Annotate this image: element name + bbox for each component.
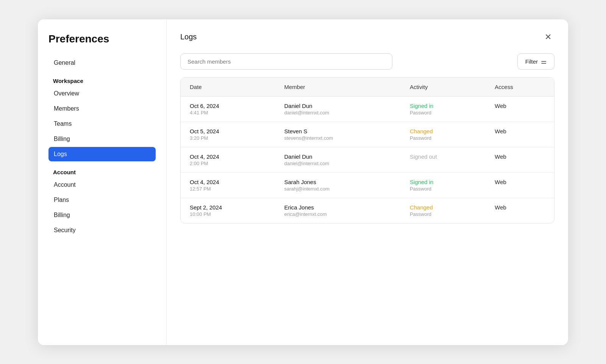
table-cell-member: Daniel Dundaniel@internxt.com [275, 147, 400, 172]
close-button[interactable]: ✕ [542, 31, 554, 43]
table-cell-member: Steven Sstevens@internxt.com [275, 122, 400, 147]
filter-button[interactable]: Filter ⚌ [517, 53, 554, 70]
main-content: Logs ✕ Filter ⚌ DateMemberActivityAccess… [167, 19, 568, 345]
toolbar: Filter ⚌ [180, 53, 554, 70]
logs-table-container: DateMemberActivityAccess Oct 6, 20244:41… [180, 77, 554, 223]
page-title: Logs [180, 33, 197, 41]
sidebar: Preferences General Workspace OverviewMe… [38, 19, 167, 345]
sidebar-section-workspace: Workspace [48, 78, 156, 84]
table-cell-activity: Signed inPassword [401, 172, 486, 198]
table-cell-date: Oct 4, 202412:57 PM [181, 172, 275, 198]
preferences-modal: Preferences General Workspace OverviewMe… [38, 19, 568, 345]
table-cell-date: Oct 6, 20244:41 PM [181, 96, 275, 122]
table-cell-member: Daniel Dundaniel@internxt.com [275, 96, 400, 122]
filter-icon: ⚌ [541, 58, 547, 66]
sidebar-item-teams[interactable]: Teams [48, 117, 156, 131]
sidebar-title: Preferences [48, 33, 156, 45]
sidebar-item-billing-acc[interactable]: Billing [48, 208, 156, 222]
table-header-member: Member [275, 78, 400, 97]
table-cell-activity: Signed inPassword [401, 96, 486, 122]
table-cell-member: Sarah Jonessarahj@internxt.com [275, 172, 400, 198]
table-header-date: Date [181, 78, 275, 97]
table-cell-date: Oct 4, 20242:00 PM [181, 147, 275, 172]
main-header: Logs ✕ [180, 31, 554, 43]
table-cell-access: Web [486, 198, 554, 223]
sidebar-item-security[interactable]: Security [48, 223, 156, 237]
table-header-access: Access [486, 78, 554, 97]
table-cell-activity: ChangedPassword [401, 122, 486, 147]
table-cell-activity: Signed out [401, 147, 486, 172]
sidebar-workspace-items: OverviewMembersTeamsBillingLogs [48, 86, 156, 161]
table-header-activity: Activity [401, 78, 486, 97]
sidebar-item-logs[interactable]: Logs [48, 147, 156, 161]
filter-label: Filter [525, 58, 538, 65]
table-header: DateMemberActivityAccess [181, 78, 554, 97]
table-row: Sept 2, 202410:00 PMErica Joneserica@int… [181, 198, 554, 223]
sidebar-item-general[interactable]: General [48, 56, 156, 70]
logs-table: DateMemberActivityAccess Oct 6, 20244:41… [181, 78, 554, 223]
table-body: Oct 6, 20244:41 PMDaniel Dundaniel@inter… [181, 96, 554, 223]
table-row: Oct 4, 20242:00 PMDaniel Dundaniel@inter… [181, 147, 554, 172]
sidebar-account-items: AccountPlansBillingSecurity [48, 178, 156, 237]
table-header-row: DateMemberActivityAccess [181, 78, 554, 97]
table-cell-date: Sept 2, 202410:00 PM [181, 198, 275, 223]
table-row: Oct 4, 202412:57 PMSarah Jonessarahj@int… [181, 172, 554, 198]
table-cell-access: Web [486, 172, 554, 198]
search-input[interactable] [180, 53, 392, 70]
table-cell-member: Erica Joneserica@internxt.com [275, 198, 400, 223]
table-row: Oct 6, 20244:41 PMDaniel Dundaniel@inter… [181, 96, 554, 122]
sidebar-item-account[interactable]: Account [48, 178, 156, 192]
sidebar-item-billing-ws[interactable]: Billing [48, 132, 156, 146]
table-cell-date: Oct 5, 20243:20 PM [181, 122, 275, 147]
table-cell-access: Web [486, 96, 554, 122]
table-row: Oct 5, 20243:20 PMSteven Sstevens@intern… [181, 122, 554, 147]
sidebar-item-members[interactable]: Members [48, 102, 156, 116]
table-cell-activity: ChangedPassword [401, 198, 486, 223]
sidebar-item-overview[interactable]: Overview [48, 86, 156, 101]
sidebar-section-account: Account [48, 169, 156, 175]
sidebar-item-plans[interactable]: Plans [48, 193, 156, 207]
table-cell-access: Web [486, 122, 554, 147]
table-cell-access: Web [486, 147, 554, 172]
